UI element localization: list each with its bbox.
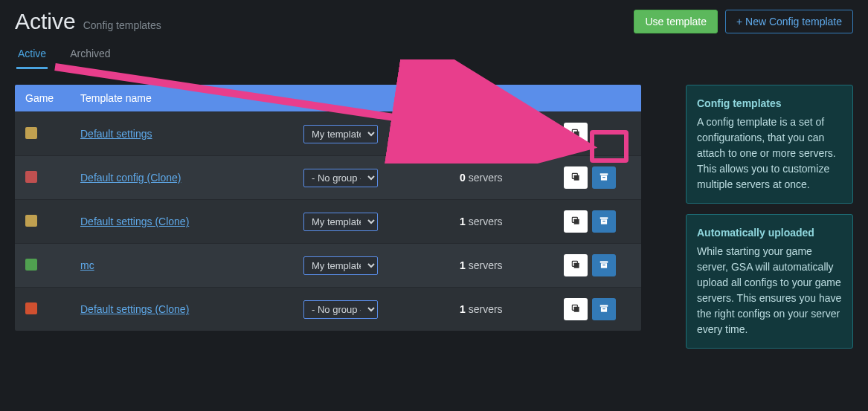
svg-rect-2: [574, 175, 579, 180]
game-icon: [25, 127, 37, 139]
used-count: 1: [460, 216, 466, 227]
svg-rect-21: [602, 308, 605, 309]
svg-rect-11: [602, 221, 605, 221]
game-icon: [25, 171, 37, 183]
used-count: 0: [460, 128, 466, 140]
svg-rect-19: [600, 305, 608, 306]
panel-title: Config templates: [697, 96, 842, 111]
game-icon: [25, 302, 37, 314]
group-select[interactable]: My template- No group -: [303, 169, 378, 187]
svg-rect-20: [601, 307, 607, 311]
page-title: Active: [15, 9, 76, 34]
used-label: servers: [469, 303, 503, 315]
group-select[interactable]: My template- No group -: [303, 125, 378, 143]
used-count: 1: [460, 259, 466, 271]
archive-icon: [599, 172, 609, 184]
archive-button[interactable]: [592, 254, 616, 276]
svg-rect-10: [601, 219, 607, 224]
table-row: mc My template- No group - 1 servers: [15, 243, 641, 287]
svg-rect-9: [600, 217, 608, 219]
tab-archived[interactable]: Archived: [68, 43, 112, 69]
copy-button[interactable]: [564, 254, 588, 276]
copy-icon: [570, 128, 581, 140]
col-header-name: Template name: [80, 92, 303, 104]
game-icon: [25, 259, 37, 271]
archive-icon: [599, 259, 609, 272]
archive-button[interactable]: [592, 210, 616, 233]
copy-button[interactable]: [564, 210, 588, 233]
panel-auto-upload: Automatically uploaded While starting yo…: [686, 214, 853, 349]
svg-rect-4: [600, 173, 608, 175]
template-link[interactable]: Default config (Clone): [80, 172, 181, 184]
copy-icon: [570, 259, 581, 272]
table-row: Default settings My template- No group -…: [15, 111, 641, 155]
used-count: 0: [460, 172, 466, 184]
panel-body: A config template is a set of configurat…: [697, 114, 842, 192]
template-link[interactable]: mc: [80, 259, 94, 271]
table-row: Default settings (Clone) My template- No…: [15, 287, 641, 331]
panel-body: While starting your game server, GSA wil…: [697, 244, 842, 337]
copy-button[interactable]: [564, 298, 588, 320]
template-link[interactable]: Default settings: [80, 128, 152, 140]
svg-rect-12: [574, 262, 579, 268]
template-link[interactable]: Default settings (Clone): [80, 303, 189, 315]
svg-rect-16: [602, 265, 605, 265]
svg-rect-17: [574, 306, 579, 311]
copy-button[interactable]: [564, 123, 588, 145]
used-label: servers: [469, 259, 503, 271]
used-label: servers: [469, 216, 503, 227]
game-icon: [25, 215, 37, 227]
svg-rect-5: [601, 175, 607, 180]
tab-active[interactable]: Active: [16, 43, 48, 69]
use-template-button[interactable]: Use template: [634, 10, 717, 33]
group-select[interactable]: My template- No group -: [303, 300, 378, 319]
templates-table: Game Template name Used Default settings…: [15, 85, 641, 331]
template-link[interactable]: Default settings (Clone): [80, 216, 189, 227]
archive-icon: [599, 216, 609, 228]
used-label: servers: [469, 172, 503, 184]
panel-config-templates: Config templates A config template is a …: [686, 85, 853, 204]
page-subtitle: Config templates: [83, 19, 161, 31]
panel-title: Automatically uploaded: [697, 225, 842, 241]
used-count: 1: [460, 303, 466, 315]
group-select[interactable]: My template- No group -: [303, 256, 378, 275]
copy-icon: [570, 216, 581, 228]
archive-button[interactable]: [592, 298, 616, 320]
col-header-used: Used: [460, 92, 564, 104]
svg-rect-15: [601, 263, 607, 268]
copy-icon: [570, 303, 581, 316]
new-config-template-button[interactable]: + New Config template: [725, 10, 853, 33]
svg-rect-0: [574, 131, 579, 136]
svg-rect-7: [574, 219, 579, 224]
copy-button[interactable]: [564, 166, 588, 189]
svg-rect-14: [600, 261, 608, 262]
copy-icon: [570, 172, 581, 184]
archive-icon: [599, 303, 609, 316]
table-row: Default settings (Clone) My template- No…: [15, 199, 641, 243]
col-header-game: Game: [25, 92, 80, 104]
archive-button[interactable]: [592, 166, 616, 189]
table-row: Default config (Clone) My template- No g…: [15, 155, 641, 199]
group-select[interactable]: My template- No group -: [303, 213, 378, 231]
svg-rect-6: [602, 177, 605, 178]
used-label: servers: [469, 128, 503, 140]
